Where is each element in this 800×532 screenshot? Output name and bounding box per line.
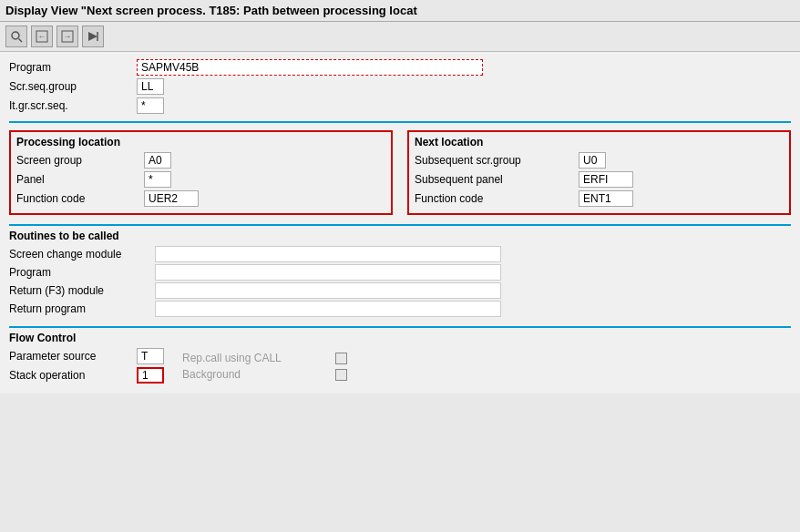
location-sections: Processing location Screen group A0 Pane…: [9, 130, 791, 215]
stack-operation-row: Stack operation 1: [9, 367, 164, 384]
back-button[interactable]: ←: [31, 26, 53, 47]
flow-control-title: Flow Control: [9, 332, 791, 344]
function-code-row: Function code UER2: [16, 190, 385, 207]
svg-text:←: ←: [38, 32, 46, 41]
background-label: Background: [182, 368, 328, 381]
routines-program-row: Program: [9, 264, 791, 281]
stack-operation-value: 1: [137, 367, 164, 384]
return-program-label: Return program: [9, 302, 155, 315]
screen-change-module-label: Screen change module: [9, 248, 155, 261]
panel-label: Panel: [16, 173, 144, 186]
svg-text:→: →: [64, 32, 72, 41]
next-function-code-label: Function code: [415, 192, 579, 205]
screen-group-label: Screen group: [16, 154, 144, 167]
next-button[interactable]: [82, 26, 104, 47]
program-value: SAPMV45B: [137, 59, 483, 76]
background-row: Background: [182, 368, 791, 381]
parameter-source-value: T: [137, 348, 164, 364]
divider-1: [9, 121, 791, 123]
program-row: Program SAPMV45B: [9, 59, 791, 76]
return-f3-label: Return (F3) module: [9, 284, 155, 297]
parameter-source-row: Parameter source T: [9, 348, 164, 364]
subsequent-scr-group-row: Subsequent scr.group U0: [415, 152, 784, 169]
function-code-value: UER2: [144, 190, 199, 207]
parameter-source-label: Parameter source: [9, 350, 137, 363]
window-title: Display View "Next screen process. T185:…: [5, 4, 417, 17]
program-label: Program: [9, 61, 137, 74]
rep-call-row: Rep.call using CALL: [182, 352, 791, 364]
rep-call-label: Rep.call using CALL: [182, 352, 328, 364]
screen-group-row: Screen group A0: [16, 152, 385, 169]
rep-call-checkbox[interactable]: [335, 353, 347, 364]
panel-value: *: [144, 171, 171, 188]
processing-location-box: Processing location Screen group A0 Pane…: [9, 130, 393, 215]
processing-location-title: Processing location: [16, 136, 385, 148]
flow-left: Parameter source T Stack operation 1: [9, 348, 164, 386]
svg-marker-6: [88, 32, 97, 41]
function-code-label: Function code: [16, 192, 144, 205]
scr-seq-group-label: Scr.seq.group: [9, 80, 137, 93]
routines-section: Routines to be called Screen change modu…: [9, 224, 791, 317]
subsequent-scr-group-value: U0: [579, 152, 606, 169]
return-program-value: [155, 301, 501, 317]
next-function-code-value: ENT1: [579, 190, 633, 207]
toolbar: ← →: [0, 22, 800, 52]
subsequent-scr-group-label: Subsequent scr.group: [415, 154, 579, 167]
subsequent-panel-row: Subsequent panel ERFI: [415, 171, 784, 188]
scr-seq-group-row: Scr.seq.group LL: [9, 78, 791, 95]
routines-program-label: Program: [9, 266, 155, 279]
forward-button[interactable]: →: [56, 26, 78, 47]
flow-right: Rep.call using CALL Background: [182, 348, 791, 386]
title-bar: Display View "Next screen process. T185:…: [0, 0, 800, 22]
next-location-title: Next location: [415, 136, 784, 148]
return-f3-row: Return (F3) module: [9, 282, 791, 299]
return-program-row: Return program: [9, 301, 791, 317]
it-gr-scr-seq-label: It.gr.scr.seq.: [9, 99, 137, 112]
svg-line-1: [19, 39, 23, 43]
main-content: Program SAPMV45B Scr.seq.group LL It.gr.…: [0, 52, 800, 394]
next-function-code-row: Function code ENT1: [415, 190, 784, 207]
screen-group-value: A0: [144, 152, 171, 169]
search-button[interactable]: [5, 26, 27, 47]
background-checkbox[interactable]: [335, 369, 347, 381]
next-location-box: Next location Subsequent scr.group U0 Su…: [407, 130, 791, 215]
scr-seq-group-value: LL: [137, 78, 164, 95]
panel-row: Panel *: [16, 171, 385, 188]
divider-3: [9, 326, 791, 328]
it-gr-scr-seq-value: *: [137, 97, 164, 114]
subsequent-panel-value: ERFI: [579, 171, 633, 188]
subsequent-panel-label: Subsequent panel: [415, 173, 579, 186]
stack-operation-label: Stack operation: [9, 369, 137, 382]
flow-two-col: Parameter source T Stack operation 1 Rep…: [9, 348, 791, 386]
routines-program-value: [155, 264, 501, 281]
screen-change-module-value: [155, 246, 501, 262]
flow-control-section: Flow Control Parameter source T Stack op…: [9, 326, 791, 386]
routines-title: Routines to be called: [9, 230, 791, 242]
svg-point-0: [12, 32, 19, 39]
it-gr-scr-seq-row: It.gr.scr.seq. *: [9, 97, 791, 114]
return-f3-value: [155, 282, 501, 299]
screen-change-module-row: Screen change module: [9, 246, 791, 262]
divider-2: [9, 224, 791, 226]
